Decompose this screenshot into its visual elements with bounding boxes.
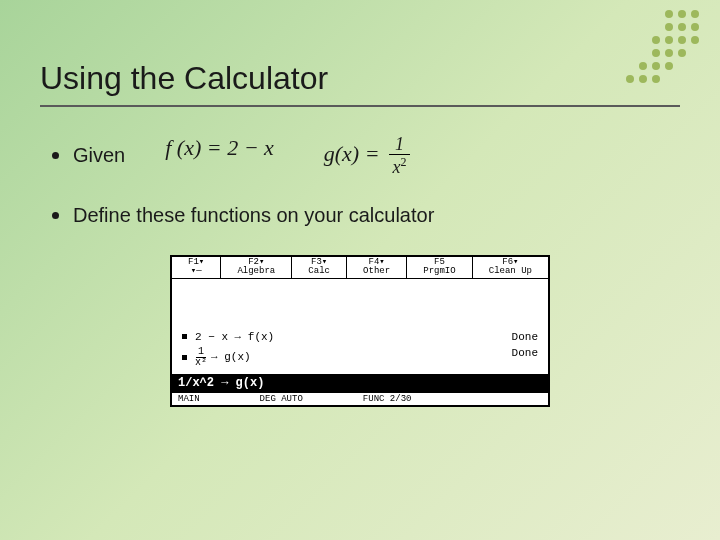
bullet-given-text: Given	[73, 144, 125, 167]
formula-g-lhs: g(x) =	[324, 141, 380, 166]
status-func: FUNC 2/30	[363, 394, 412, 404]
bullet-define: Define these functions on your calculato…	[52, 204, 680, 227]
bullet-define-text: Define these functions on your calculato…	[73, 204, 434, 227]
calculator-wrap: F1▾▾— F2▾Algebra F3▾Calc F4▾Other F5Prgm…	[40, 255, 680, 407]
calc-tab-f1: F1▾▾—	[172, 257, 221, 278]
history-marker-icon	[182, 334, 187, 339]
bullet-dot-icon	[52, 212, 59, 219]
calc-tab-f3: F3▾Calc	[292, 257, 347, 278]
calculator-status-bar: MAIN DEG AUTO FUNC 2/30	[172, 392, 548, 405]
calc-result: Done	[512, 347, 538, 368]
status-folder: MAIN	[178, 394, 200, 404]
calc-history-row: 1 x² → g(x) Done	[178, 345, 542, 370]
formula-f: f (x) = 2 − x	[165, 135, 274, 176]
calc-tab-f4: F4▾Other	[347, 257, 407, 278]
calculator-history: 2 − x → f(x) Done 1 x² → g(x) Done	[172, 279, 548, 374]
formula-g-den: x2	[393, 155, 407, 176]
calc-result: Done	[512, 331, 538, 343]
calc-expr: 1 x² → g(x)	[182, 347, 251, 368]
history-marker-icon	[182, 355, 187, 360]
calc-expr-fraction: 1 x²	[195, 347, 207, 368]
calculator-menu: F1▾▾— F2▾Algebra F3▾Calc F4▾Other F5Prgm…	[172, 257, 548, 279]
calc-tab-f6: F6▾Clean Up	[473, 257, 548, 278]
page-title: Using the Calculator	[40, 60, 680, 107]
slide-content: Using the Calculator Given f (x) = 2 − x…	[0, 0, 720, 437]
calc-history-row: 2 − x → f(x) Done	[178, 329, 542, 345]
formula-g-num: 1	[389, 135, 410, 155]
formulas: f (x) = 2 − x g(x) = 1 x2	[165, 135, 410, 176]
formula-g: g(x) = 1 x2	[324, 135, 410, 176]
calc-tab-f2: F2▾Algebra	[221, 257, 292, 278]
status-mode: DEG AUTO	[260, 394, 303, 404]
calculator-screenshot: F1▾▾— F2▾Algebra F3▾Calc F4▾Other F5Prgm…	[170, 255, 550, 407]
decorative-dot-grid	[626, 10, 700, 84]
formula-g-fraction: 1 x2	[389, 135, 410, 176]
bullet-given: Given f (x) = 2 − x g(x) = 1 x2	[52, 135, 680, 176]
calc-tab-f5: F5PrgmIO	[407, 257, 473, 278]
bullet-dot-icon	[52, 152, 59, 159]
calc-expr: 2 − x → f(x)	[182, 331, 274, 343]
calculator-entry-line: 1/x^2 → g(x)	[172, 374, 548, 392]
